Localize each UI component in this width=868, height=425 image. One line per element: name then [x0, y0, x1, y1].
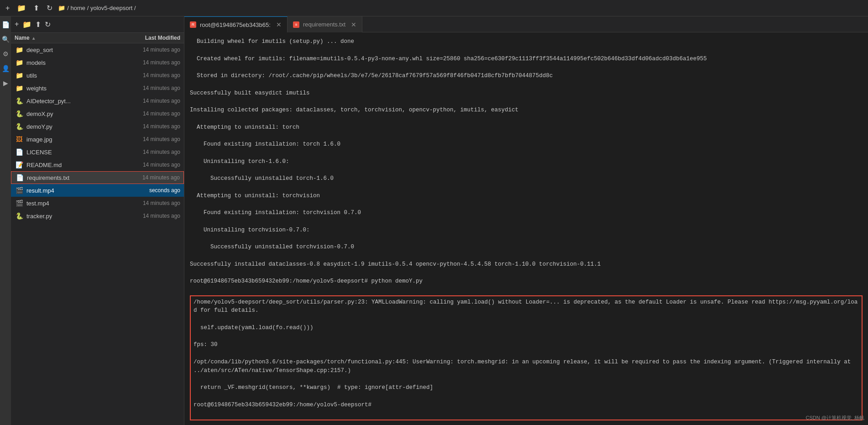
terminal-highlighted-line: return _VF.meshgrid(tensors, **kwargs) #…	[193, 383, 859, 392]
tab-close-button[interactable]: ✕	[276, 21, 282, 28]
list-item[interactable]: 🐍 tracker.py 14 minutes ago	[11, 210, 184, 222]
file-modified: 14 minutes ago	[121, 72, 180, 79]
user-activity-icon[interactable]: 👤	[1, 64, 10, 73]
terminal-highlighted-line: fps: 30	[193, 341, 859, 349]
new-folder-icon[interactable]: 📁	[15, 2, 28, 14]
list-item[interactable]: 🖼 image.jpg 14 minutes ago	[11, 133, 184, 146]
tab-terminal[interactable]: R root@61948675eb343b65: ✕	[184, 16, 288, 32]
file-list: 📁 deep_sort 14 minutes ago 📁 models 14 m…	[11, 43, 184, 425]
list-item[interactable]: 📄 LICENSE 14 minutes ago	[11, 146, 184, 158]
file-modified: 14 minutes ago	[121, 47, 180, 53]
list-item[interactable]: 🐍 AIDetector_pyt... 14 minutes ago	[11, 94, 184, 107]
file-name: models	[26, 59, 121, 66]
file-columns: Name ▲ Last Modified	[11, 33, 184, 43]
column-modified[interactable]: Last Modified	[121, 35, 180, 41]
python-file-icon: 🐍	[15, 211, 24, 220]
file-name: deep_sort	[26, 47, 121, 53]
file-name: demoX.py	[26, 110, 121, 117]
file-name: result.mp4	[26, 187, 121, 194]
file-name: LICENSE	[26, 149, 121, 156]
file-panel-header: + 📁 ⬆ ↻	[11, 16, 184, 33]
list-item[interactable]: 📝 README.md 14 minutes ago	[11, 158, 184, 171]
tab-close-button[interactable]: ✕	[351, 21, 356, 28]
terminal-highlighted-line: /opt/conda/lib/python3.6/site-packages/t…	[193, 358, 859, 375]
upload-button[interactable]: ⬆	[35, 20, 41, 29]
files-activity-icon[interactable]: 📄	[1, 20, 10, 29]
python-file-icon: 🐍	[15, 109, 24, 118]
refresh-icon[interactable]: ↻	[45, 2, 54, 14]
settings-activity-icon[interactable]: ⚙	[1, 49, 10, 58]
mp4-file-icon: 🎬	[15, 186, 24, 195]
file-name: demoY.py	[26, 123, 121, 130]
folder-file-icon: 📁	[15, 71, 24, 80]
activity-bar: 📄 🔍 ⚙ 👤 ▶	[0, 16, 11, 425]
python-file-icon: 🐍	[15, 96, 24, 105]
list-item[interactable]: 📁 weights 14 minutes ago	[11, 82, 184, 94]
file-name: test.mp4	[26, 200, 121, 207]
tab-requirements[interactable]: ≡ requirements.txt ✕	[288, 16, 362, 32]
file-name: utils	[26, 72, 121, 79]
file-name: image.jpg	[26, 136, 121, 143]
terminal-activity-icon[interactable]: ▶	[1, 79, 10, 88]
list-item[interactable]: 📄 requirements.txt 14 minutes ago	[11, 171, 184, 184]
breadcrumb: 📁 / home / yolov5-deepsort /	[58, 5, 136, 11]
terminal-line: Attempting to uninstall: torch	[190, 123, 863, 132]
upload-icon[interactable]: ⬆	[31, 2, 41, 14]
file-modified: 14 minutes ago	[121, 149, 180, 155]
terminal-output[interactable]: Downloading https://pypi.doubanio.com/pa…	[184, 32, 868, 425]
mp4-file-icon: 🎬	[15, 199, 24, 208]
new-file-button[interactable]: +	[15, 20, 19, 29]
list-item[interactable]: 📁 deep_sort 14 minutes ago	[11, 43, 184, 56]
list-item[interactable]: 🐍 demoY.py 14 minutes ago	[11, 120, 184, 133]
watermark: CSDN @计算机视觉_杨帆	[805, 415, 864, 421]
terminal-line: Found existing installation: torchvision…	[190, 209, 863, 217]
column-name[interactable]: Name ▲	[15, 35, 121, 41]
refresh-button[interactable]: ↻	[45, 20, 51, 29]
terminal-line: root@61948675eb343b659432eb99:/home/yolo…	[190, 277, 863, 286]
file-name: README.md	[26, 162, 121, 168]
txt-file-icon: 📄	[15, 173, 24, 182]
file-name: AIDetector_pyt...	[26, 98, 121, 105]
list-item[interactable]: 📁 utils 14 minutes ago	[11, 69, 184, 82]
terminal-line: Installing collected packages: dataclass…	[190, 106, 863, 115]
file-panel: + 📁 ⬆ ↻ Name ▲ Last Modified 📁 deep_sort…	[11, 16, 184, 425]
license-file-icon: 📄	[15, 147, 24, 157]
tab-label: requirements.txt	[303, 21, 345, 28]
file-modified: 14 minutes ago	[121, 200, 180, 206]
file-modified: 14 minutes ago	[121, 59, 180, 66]
folder-icon: 📁	[58, 5, 65, 11]
terminal-line: Successfully built easydict imutils	[190, 89, 863, 98]
list-item[interactable]: 🎬 result.mp4 seconds ago	[11, 184, 184, 197]
terminal-line: Building wheel for imutils (setup.py) ..…	[190, 37, 863, 46]
file-name: tracker.py	[26, 213, 121, 220]
terminal-highlighted-block: /home/yolov5-deepsort/deep_sort/utils/pa…	[190, 295, 863, 421]
search-activity-icon[interactable]: 🔍	[1, 35, 10, 44]
jpg-file-icon: 🖼	[15, 135, 24, 144]
file-modified: 14 minutes ago	[121, 85, 180, 91]
folder-file-icon: 📁	[15, 58, 24, 67]
file-modified: 14 minutes ago	[120, 174, 180, 181]
file-modified: 14 minutes ago	[121, 213, 180, 219]
folder-file-icon: 📁	[15, 84, 24, 93]
terminal-line: Uninstalling torch-1.6.0:	[190, 157, 863, 166]
terminal-line: Successfully uninstalled torch-1.6.0	[190, 174, 863, 183]
list-item[interactable]: 🐍 demoX.py 14 minutes ago	[11, 107, 184, 120]
file-modified: 14 minutes ago	[121, 162, 180, 168]
list-item[interactable]: 🎬 test.mp4 14 minutes ago	[11, 197, 184, 210]
file-modified: 14 minutes ago	[121, 98, 180, 104]
file-modified: 14 minutes ago	[121, 110, 180, 117]
terminal-line: Stored in directory: /root/.cache/pip/wh…	[190, 72, 863, 80]
terminal-line: Successfully installed dataclasses-0.8 e…	[190, 260, 863, 269]
right-panel: R root@61948675eb343b65: ✕ ≡ requirement…	[184, 16, 868, 425]
file-header-actions: + 📁 ⬆ ↻	[15, 20, 51, 29]
tabs-bar: R root@61948675eb343b65: ✕ ≡ requirement…	[184, 16, 868, 32]
tab-favicon: ≡	[293, 21, 299, 28]
main-layout: 📄 🔍 ⚙ 👤 ▶ + 📁 ⬆ ↻ Name ▲ Last Modified	[0, 16, 868, 425]
terminal-line: Uninstalling torchvision-0.7.0:	[190, 226, 863, 235]
file-name: weights	[26, 85, 121, 92]
python-file-icon: 🐍	[15, 122, 24, 131]
list-item[interactable]: 📁 models 14 minutes ago	[11, 56, 184, 69]
new-folder-button[interactable]: 📁	[22, 20, 31, 29]
new-file-icon[interactable]: +	[4, 2, 11, 14]
tab-favicon: R	[190, 21, 196, 28]
